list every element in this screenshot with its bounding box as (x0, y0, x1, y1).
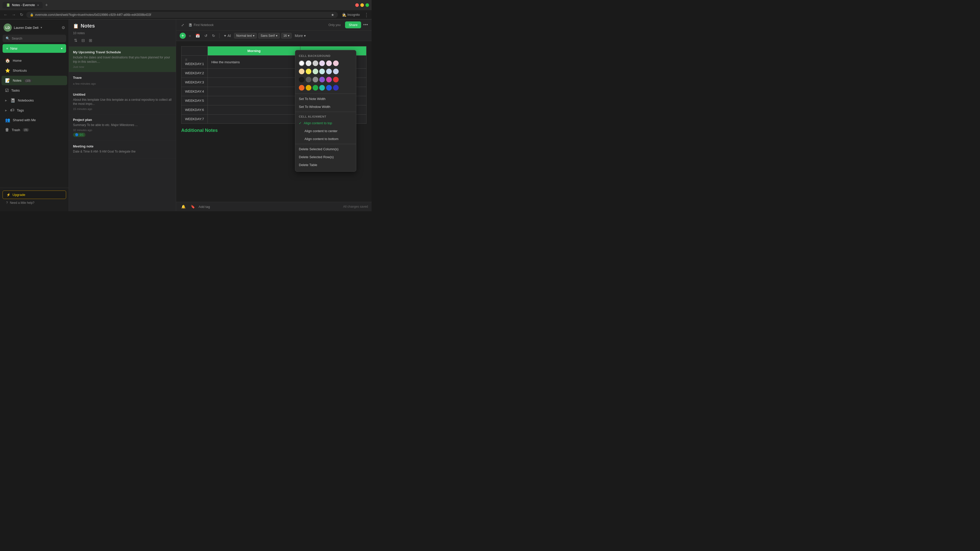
color-swatch-light-green[interactable] (313, 68, 318, 74)
color-swatch-teal[interactable] (319, 68, 325, 74)
color-swatch-light-orange[interactable] (299, 68, 304, 74)
color-swatch-dark-gray[interactable] (306, 77, 311, 83)
undo-btn[interactable]: ↺ (203, 33, 209, 39)
reload-btn[interactable]: ↻ (19, 11, 24, 18)
filter-btn[interactable]: ⊟ (80, 37, 86, 44)
upgrade-button[interactable]: ⚡ Upgrade (3, 191, 66, 199)
sidebar-item-tags[interactable]: ▶ 🏷 Tags (2, 106, 67, 115)
window-close-btn[interactable] (355, 3, 359, 7)
color-swatch-red[interactable] (333, 77, 339, 83)
note-item[interactable]: My Upcoming Travel Schedule Include the … (69, 47, 176, 72)
table-cell-morning[interactable] (208, 105, 301, 114)
settings-icon[interactable]: ⚙ (62, 25, 65, 30)
color-swatch-pink[interactable] (333, 60, 339, 66)
add-tag-btn[interactable]: Add tag (199, 205, 210, 209)
redo-btn[interactable]: ↻ (210, 33, 217, 39)
notes-items-list: My Upcoming Travel Schedule Include the … (69, 47, 176, 211)
more-options-btn[interactable]: ••• (363, 22, 368, 27)
sidebar-item-shared[interactable]: 👥 Shared with Me (2, 115, 67, 125)
calendar-btn[interactable]: 📅 (194, 33, 201, 39)
sidebar-item-home[interactable]: 🏠 Home (2, 56, 67, 65)
color-swatch-magenta[interactable] (326, 77, 332, 83)
table-cell-label[interactable]: WEEKDAY:6 (181, 105, 208, 114)
browser-more-btn[interactable]: ⋮ (364, 12, 369, 18)
user-info[interactable]: LD Lauren Dale Deli ▾ (3, 24, 42, 32)
sidebar-item-shortcuts[interactable]: ⭐ Shortcuts (2, 66, 67, 75)
color-swatch-blue[interactable] (326, 85, 332, 91)
table-cell-morning[interactable] (208, 87, 301, 96)
color-swatch-purple[interactable] (319, 77, 325, 83)
share-button[interactable]: Share (345, 21, 361, 28)
incognito-btn[interactable]: 🕵 Incognito (340, 12, 362, 18)
editor-expand-btn[interactable]: ⤢ (180, 22, 186, 28)
table-cell-label[interactable]: WEEKDAY:3 (181, 78, 208, 87)
sidebar-item-notes[interactable]: 📝 Notes (10) (2, 76, 67, 85)
sidebar-item-trash[interactable]: 🗑 Trash (9) (2, 125, 67, 135)
color-swatch-green[interactable] (313, 85, 318, 91)
color-swatch-light-blue[interactable] (326, 68, 332, 74)
sort-btn[interactable]: ⇅ (73, 37, 78, 44)
window-maximize-btn[interactable] (366, 3, 369, 7)
table-cell-label[interactable]: WEEKDAY:5 (181, 96, 208, 105)
table-cell-morning[interactable] (208, 96, 301, 105)
view-btn[interactable]: ⊞ (88, 37, 93, 44)
active-tab[interactable]: 📗 Notes - Evernote ✕ (3, 2, 43, 8)
table-cell-morning[interactable] (208, 68, 301, 78)
bookmark-btn[interactable]: 🔖 (189, 203, 197, 210)
set-note-width-btn[interactable]: Set To Note Width (295, 95, 356, 103)
color-swatch-orange[interactable] (299, 85, 304, 91)
table-cell-label[interactable]: ⠿ WEEKDAY:1 (181, 56, 208, 68)
align-center-btn[interactable]: Align content to center (295, 127, 356, 135)
bell-btn[interactable]: 🔔 (180, 203, 187, 210)
window-minimize-btn[interactable] (360, 3, 364, 7)
tab-close-btn[interactable]: ✕ (37, 4, 39, 6)
forward-btn[interactable]: → (11, 11, 17, 18)
color-swatch-gold[interactable] (306, 85, 311, 91)
delete-columns-btn[interactable]: Delete Selected Column(s) (295, 145, 356, 153)
align-bottom-btn[interactable]: Align content to bottom (295, 135, 356, 143)
set-note-width-label: Set To Note Width (299, 97, 326, 101)
search-bar[interactable]: 🔍 Search (3, 35, 66, 42)
align-top-btn[interactable]: ✓ Align content to top (295, 119, 356, 127)
table-cell-morning[interactable] (208, 114, 301, 124)
color-swatch-light-pink[interactable] (326, 60, 332, 66)
color-swatch-gray[interactable] (313, 60, 318, 66)
circle-btn[interactable]: ○ (187, 33, 192, 39)
color-swatch-light-purple[interactable] (319, 60, 325, 66)
table-header-morning: Morning (208, 46, 301, 56)
back-btn[interactable]: ← (3, 11, 9, 18)
note-item[interactable]: Untitled About this template Use this te… (69, 89, 176, 114)
sidebar-item-tasks[interactable]: ☑ Tasks (2, 86, 67, 95)
sidebar-item-notebooks[interactable]: ▶ 📓 Notebooks (2, 96, 67, 105)
size-select[interactable]: 16 ▾ (281, 33, 292, 38)
more-format-btn[interactable]: More ▾ (293, 33, 307, 39)
note-item[interactable]: Trave a few minutes ago (69, 72, 176, 89)
url-bar[interactable]: 🔒 evernote.com/client/web?login=true#/no… (26, 12, 338, 18)
note-item[interactable]: Project plan Summary To be able to etc. … (69, 114, 176, 141)
drag-handle-icon: ⠿ (185, 58, 188, 62)
color-swatch-light-gray[interactable] (306, 60, 311, 66)
set-window-width-btn[interactable]: Set To Window Width (295, 103, 356, 111)
table-cell-morning[interactable] (208, 78, 301, 87)
help-link[interactable]: ? Need a little help? (3, 199, 66, 206)
table-cell-label[interactable]: WEEKDAY:7 (181, 114, 208, 124)
color-swatch-white[interactable] (299, 60, 304, 66)
delete-rows-btn[interactable]: Delete Selected Row(s) (295, 153, 356, 161)
table-cell-label[interactable]: WEEKDAY:4 (181, 87, 208, 96)
format-select[interactable]: Normal text ▾ (234, 33, 257, 38)
color-swatch-black[interactable] (299, 77, 304, 83)
new-button[interactable]: + New ▾ (3, 44, 66, 53)
color-swatch-light-blue2[interactable] (333, 68, 339, 74)
note-item[interactable]: Meeting note Date & Time 8 AM- 9 AM Goal… (69, 141, 176, 159)
new-tab-btn[interactable]: + (44, 3, 49, 8)
table-cell-morning[interactable]: Hike the mountains (208, 56, 301, 68)
color-swatch-medium-gray[interactable] (313, 77, 318, 83)
color-swatch-yellow[interactable] (306, 68, 311, 74)
font-select[interactable]: Sans Serif ▾ (258, 33, 280, 38)
color-swatch-cyan[interactable] (319, 85, 325, 91)
ai-btn[interactable]: ✦ AI (222, 33, 232, 39)
color-swatch-navy[interactable] (333, 85, 339, 91)
delete-table-btn[interactable]: Delete Table (295, 161, 356, 169)
add-content-btn[interactable]: + (180, 33, 186, 39)
table-cell-label[interactable]: WEEKDAY:2 (181, 68, 208, 78)
